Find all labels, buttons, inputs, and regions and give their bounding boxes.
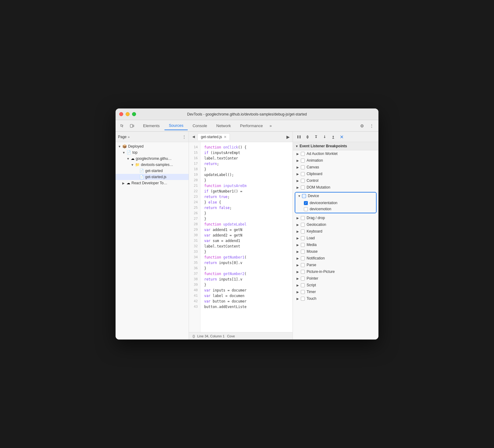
tab-more-button[interactable]: » (268, 122, 274, 129)
bp-arrow-canvas-icon: ▶ (297, 166, 301, 169)
bp-item-timer[interactable]: ▶ Timer (293, 288, 378, 295)
bp-item-picture-in-picture[interactable]: ▶ Picture-in-Picture (293, 268, 378, 275)
bp-item-canvas[interactable]: ▶ Canvas (293, 164, 378, 171)
bp-label-pointer: Pointer (307, 276, 318, 281)
bp-checkbox-geo[interactable] (301, 223, 305, 227)
bp-item-drag-drop[interactable]: ▶ Drag / drop (293, 215, 378, 221)
bp-item-mouse[interactable]: ▶ Mouse (293, 248, 378, 255)
sidebar-header: Page » ⋮ (116, 132, 189, 142)
tree-item-get-started-js[interactable]: ▶ 📄 get-started.js (116, 174, 189, 180)
tree-item-top[interactable]: ▼ 📄 top (116, 149, 189, 156)
bp-checkbox-pip[interactable] (301, 270, 305, 274)
code-area[interactable]: 14 15 16 17 18 19 20 21 22 23 24 25 26 2… (189, 142, 293, 332)
deactivate-breakpoints-button[interactable] (338, 133, 345, 141)
bp-checkbox-canvas[interactable] (301, 165, 305, 169)
svg-rect-3 (300, 135, 300, 138)
device-mode-icon[interactable] (128, 122, 136, 130)
bp-item-notification[interactable]: ▶ Notification (293, 255, 378, 262)
bp-checkbox-animation[interactable] (301, 159, 305, 163)
window-title: DevTools - googlechrome.github.io/devtoo… (187, 112, 307, 116)
editor-back-btn[interactable]: ◀ (190, 134, 197, 140)
bp-item-pointer[interactable]: ▶ Pointer (293, 275, 378, 282)
tab-bar-icons (118, 122, 136, 130)
code-line-28: function updateLabel (204, 222, 289, 227)
device-section-header[interactable]: ▼ Device (295, 193, 376, 199)
code-line-39: } (204, 282, 289, 288)
bp-arrow-icon: ▶ (297, 152, 301, 156)
code-line-33: } (204, 249, 289, 255)
bp-item-control[interactable]: ▶ Control (293, 177, 378, 184)
bp-item-touch[interactable]: ▶ Touch (293, 295, 378, 302)
step-out-button[interactable] (330, 133, 337, 141)
bp-checkbox-deviceorientation[interactable] (304, 201, 308, 205)
close-button[interactable] (119, 112, 123, 116)
device-child-devicemotion[interactable]: devicemotion (295, 206, 376, 212)
deployed-icon: 📦 (122, 144, 127, 149)
bp-label-ad-auction: Ad Auction Worklet (307, 152, 337, 156)
settings-icon[interactable]: ⚙ (358, 122, 366, 130)
get-started-label: get-started (145, 169, 163, 173)
bp-arrow-notif-icon: ▶ (297, 257, 301, 260)
bp-checkbox-mouse[interactable] (301, 250, 305, 254)
bp-checkbox-media[interactable] (301, 243, 305, 247)
editor-run-btn[interactable]: ▶ (285, 134, 291, 140)
main-content: Page » ⋮ ▼ 📦 Deployed ▼ 📄 top (116, 132, 378, 340)
bp-item-keyboard[interactable]: ▶ Keyboard (293, 228, 378, 235)
bp-item-clipboard[interactable]: ▶ Clipboard (293, 171, 378, 177)
bp-item-dom-mutation[interactable]: ▶ DOM Mutation (293, 184, 378, 191)
bp-item-script[interactable]: ▶ Script (293, 282, 378, 288)
code-line-42: var button = documer (204, 299, 289, 304)
tree-item-get-started[interactable]: ▶ 📄 get-started (116, 168, 189, 174)
bp-checkbox-script[interactable] (301, 283, 305, 287)
bp-item-animation[interactable]: ▶ Animation (293, 157, 378, 164)
bp-checkbox-clipboard[interactable] (301, 172, 305, 176)
tab-console[interactable]: Console (188, 122, 212, 130)
tab-performance[interactable]: Performance (236, 122, 267, 130)
line-num-36: 36 (189, 266, 200, 271)
bp-checkbox-devicemotion[interactable] (304, 207, 308, 211)
event-listener-breakpoints-header[interactable]: ▼ Event Listener Breakpoints (293, 142, 378, 150)
tab-sources[interactable]: Sources (164, 121, 188, 130)
sidebar-more-icon[interactable]: » (128, 135, 130, 139)
bp-item-load[interactable]: ▶ Load (293, 235, 378, 241)
bp-checkbox-parse[interactable] (301, 263, 305, 267)
bp-arrow-mouse-icon: ▶ (297, 250, 301, 253)
bp-checkbox-notification[interactable] (301, 256, 305, 260)
pause-button[interactable] (295, 133, 303, 141)
tab-elements[interactable]: Elements (139, 122, 164, 130)
code-line-15: if (inputsAreEmpt (204, 150, 289, 156)
maximize-button[interactable] (132, 112, 136, 116)
editor-tab-get-started-js[interactable]: get-started.js ✕ (197, 133, 230, 140)
device-child-deviceorientation[interactable]: deviceorientation (295, 200, 376, 206)
bp-item-geolocation[interactable]: ▶ Geolocation (293, 221, 378, 228)
bp-checkbox-ad-auction[interactable] (301, 152, 305, 156)
bp-checkbox-timer[interactable] (301, 290, 305, 294)
bp-checkbox-touch[interactable] (301, 297, 305, 301)
sidebar-menu-icon[interactable]: ⋮ (182, 134, 186, 139)
step-over-button[interactable] (312, 133, 320, 141)
bp-checkbox-pointer[interactable] (301, 277, 305, 281)
editor-tab-close-icon[interactable]: ✕ (224, 135, 227, 139)
bp-checkbox-load[interactable] (301, 236, 305, 240)
bp-label-canvas: Canvas (307, 165, 319, 169)
get-started-js-label: get-started.js (145, 175, 166, 179)
bp-checkbox-keyboard[interactable] (301, 230, 305, 233)
tab-network[interactable]: Network (212, 122, 235, 130)
step-into-button[interactable] (321, 133, 328, 141)
tree-item-deployed[interactable]: ▼ 📦 Deployed (116, 143, 189, 149)
device-minus-checkbox[interactable] (302, 194, 306, 198)
tree-item-devtools-samples[interactable]: ▼ 📁 devtools-samples… (116, 162, 189, 168)
bp-item-media[interactable]: ▶ Media (293, 241, 378, 248)
bp-checkbox-control[interactable] (301, 179, 305, 183)
bp-item-parse[interactable]: ▶ Parse (293, 262, 378, 268)
bp-checkbox-dom[interactable] (301, 185, 305, 189)
editor-tabs: ◀ get-started.js ✕ ▶ (189, 132, 293, 142)
bp-checkbox-drag[interactable] (301, 216, 305, 220)
bp-item-ad-auction[interactable]: ▶ Ad Auction Worklet (293, 150, 378, 157)
tree-item-googlechrome[interactable]: ▼ ☁ googlechrome.githu… (116, 156, 189, 162)
minimize-button[interactable] (126, 112, 130, 116)
inspect-icon[interactable] (118, 122, 127, 130)
resume-button[interactable] (304, 133, 311, 141)
tree-item-react-devtools[interactable]: ▶ ☁ React Developer To… (116, 180, 189, 186)
more-options-icon[interactable]: ⋮ (367, 122, 376, 130)
